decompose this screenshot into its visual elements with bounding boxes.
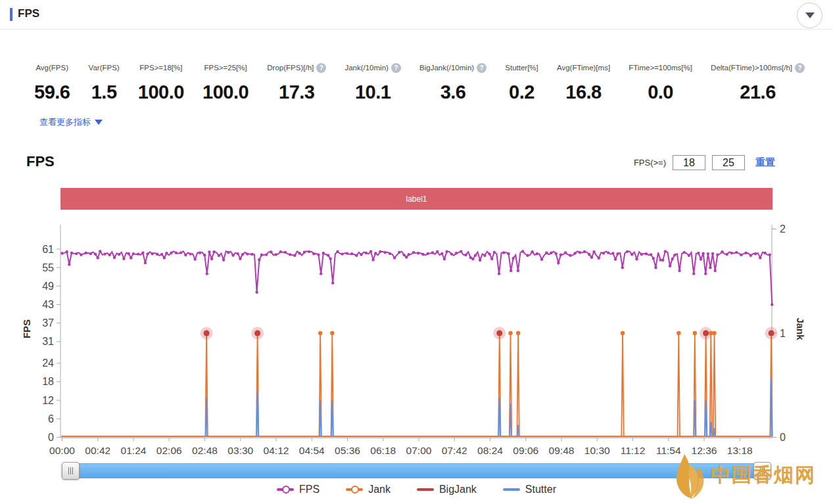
metric-value: 16.8	[557, 81, 610, 103]
event-spikes	[201, 327, 778, 437]
metric-label: BigJank(/10min)	[419, 64, 474, 72]
svg-text:2: 2	[780, 223, 786, 235]
metric-label: FPS>=18[%]	[139, 64, 182, 72]
legend-item-bigjank[interactable]: BigJank	[417, 484, 477, 495]
svg-text:37: 37	[42, 317, 54, 329]
label-banner-text: label1	[406, 195, 427, 204]
svg-text:08:24: 08:24	[477, 445, 503, 456]
svg-text:06:18: 06:18	[370, 445, 396, 456]
metric-value: 10.1	[345, 81, 400, 103]
svg-text:03:30: 03:30	[227, 445, 253, 456]
reset-button[interactable]: 重置	[755, 156, 775, 169]
help-icon[interactable]: ?	[316, 63, 326, 73]
fps-axis-title: FPS	[21, 319, 32, 338]
svg-text:49: 49	[42, 281, 54, 292]
scrollbar-handle-left[interactable]	[62, 462, 80, 480]
metric-4: Drop(FPS)[/h]?17.3	[264, 59, 329, 103]
metric-10: Delta(FTime)>100ms[/h]?21.6	[708, 59, 807, 103]
metrics-row: Avg(FPS)59.6Var(FPS)1.5FPS>=18[%]100.0FP…	[32, 59, 807, 103]
metric-0: Avg(FPS)59.6	[32, 59, 72, 103]
metric-6: BigJank(/10min)?3.6	[417, 59, 489, 103]
metric-label: Avg(FTime)[ms]	[557, 64, 610, 72]
legend-label: Jank	[368, 484, 391, 495]
grip-icon	[68, 467, 69, 474]
scrollbar-handle-right[interactable]	[753, 462, 771, 480]
scrollbar-bar[interactable]	[78, 463, 755, 478]
metric-label: Drop(FPS)[/h]	[267, 64, 314, 72]
grip-icon	[760, 467, 761, 474]
metric-label: Var(FPS)	[89, 64, 120, 72]
svg-text:55: 55	[42, 262, 54, 273]
svg-text:10:30: 10:30	[584, 445, 610, 456]
svg-text:11:54: 11:54	[656, 445, 681, 456]
svg-text:07:42: 07:42	[442, 445, 467, 456]
collapse-button[interactable]	[797, 3, 822, 28]
metric-label: Delta(FTime)>100ms[/h]	[711, 64, 792, 72]
fps-min-input[interactable]	[673, 155, 705, 170]
help-icon[interactable]: ?	[391, 63, 401, 73]
svg-text:09:48: 09:48	[549, 445, 575, 456]
metric-7: Stutter[%]0.2	[502, 59, 541, 103]
svg-text:18: 18	[42, 376, 54, 387]
svg-text:1: 1	[780, 328, 786, 339]
legend-label: Stutter	[525, 484, 556, 495]
legend-item-fps[interactable]: FPS	[277, 484, 320, 495]
svg-text:00:00: 00:00	[49, 445, 75, 456]
metric-value: 3.6	[419, 81, 487, 103]
metric-value: 0.2	[505, 81, 538, 103]
legend-marker	[417, 488, 434, 491]
metric-value: 1.5	[89, 81, 120, 103]
metric-label: Avg(FPS)	[36, 64, 68, 72]
svg-text:04:12: 04:12	[264, 445, 289, 456]
svg-text:02:06: 02:06	[156, 445, 182, 456]
svg-text:12:36: 12:36	[692, 445, 717, 456]
label-banner[interactable]: label1	[60, 188, 773, 210]
fps-threshold-label: FPS(>=)	[634, 158, 666, 168]
fps-max-input[interactable]	[712, 155, 745, 170]
legend-label: FPS	[299, 484, 320, 495]
svg-text:13:18: 13:18	[727, 445, 753, 456]
more-metrics-link[interactable]: 查看更多指标	[39, 116, 103, 128]
header: FPS	[0, 0, 833, 30]
svg-text:07:00: 07:00	[406, 445, 432, 456]
svg-text:24: 24	[42, 357, 54, 369]
svg-text:43: 43	[42, 299, 54, 310]
legend-marker	[346, 488, 363, 491]
metric-1: Var(FPS)1.5	[86, 59, 122, 103]
metric-label: Jank(/10min)	[345, 64, 388, 72]
title-accent-bar	[10, 8, 12, 21]
metric-2: FPS>=18[%]100.0	[135, 59, 187, 103]
metric-value: 17.3	[267, 81, 326, 103]
legend-label: BigJank	[439, 484, 477, 495]
legend-marker	[277, 488, 294, 491]
svg-text:11:12: 11:12	[621, 445, 646, 456]
svg-text:0: 0	[780, 432, 786, 443]
svg-text:05:36: 05:36	[335, 445, 360, 456]
help-icon[interactable]: ?	[795, 63, 805, 73]
metric-value: 21.6	[711, 81, 805, 103]
help-icon[interactable]: ?	[477, 63, 487, 73]
svg-text:61: 61	[42, 244, 54, 255]
svg-text:00:42: 00:42	[85, 445, 110, 456]
metric-value: 0.0	[629, 81, 692, 103]
metric-value: 59.6	[34, 81, 70, 103]
svg-text:31: 31	[42, 336, 54, 347]
perf-report-page: FPS Avg(FPS)59.6Var(FPS)1.5FPS>=18[%]100…	[0, 0, 833, 504]
more-metrics-label: 查看更多指标	[39, 116, 91, 128]
fps-chart[interactable]: 6155494337312418126021000:0000:4201:2402…	[0, 217, 833, 464]
triangle-down-icon	[95, 120, 103, 125]
metric-label: Stutter[%]	[505, 64, 538, 72]
legend-item-stutter[interactable]: Stutter	[503, 484, 556, 495]
legend-marker	[503, 488, 520, 491]
metric-8: Avg(FTime)[ms]16.8	[554, 59, 613, 103]
metric-5: Jank(/10min)?10.1	[342, 59, 403, 103]
svg-text:0: 0	[48, 432, 54, 443]
svg-text:09:06: 09:06	[513, 445, 538, 456]
metric-3: FPS>=25[%]100.0	[200, 59, 251, 103]
chart-legend: FPSJankBigJankStutter	[0, 484, 833, 495]
metric-label: FTime>=100ms[%]	[629, 64, 692, 72]
fps-line-series	[60, 250, 773, 306]
legend-item-jank[interactable]: Jank	[346, 484, 391, 495]
fps-threshold-controls: FPS(>=) 重置	[634, 155, 775, 170]
metric-value: 100.0	[202, 81, 249, 103]
